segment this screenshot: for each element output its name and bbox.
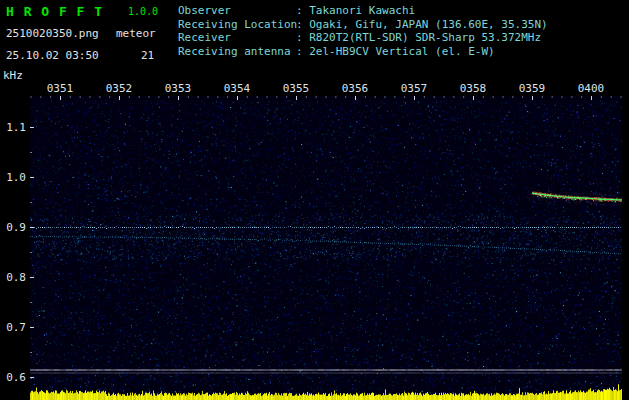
info-label: Receiver	[178, 31, 296, 45]
mode-label: meteor	[116, 27, 156, 40]
x-axis-tick-label: 0359	[519, 82, 546, 95]
info-label: Observer	[178, 4, 296, 18]
hrofft-window: H R O F F T 1.0.0 2510020350.png meteor …	[0, 0, 629, 400]
info-value: 2el-HB9CV Vertical (el. E-W)	[309, 45, 494, 58]
y-axis-tick-label: 0.7	[0, 321, 26, 334]
info-row-receiver: Receiver: R820T2(RTL-SDR) SDR-Sharp 53.3…	[178, 31, 548, 45]
x-axis-tick-label: 0352	[106, 82, 133, 95]
info-value: Ogaki, Gifu, JAPAN (136.60E, 35.35N)	[309, 18, 547, 31]
x-axis-tick-label: 0400	[578, 82, 605, 95]
colon: :	[296, 31, 309, 44]
app-version: 1.0.0	[128, 6, 158, 17]
x-axis-tick-label: 0358	[460, 82, 487, 95]
colon: :	[296, 4, 309, 17]
info-row-observer: Observer: Takanori Kawachi	[178, 4, 548, 18]
x-axis-tick-label: 0353	[165, 82, 192, 95]
colon: :	[296, 45, 309, 58]
y-axis-tick-label: 1.0	[0, 171, 26, 184]
info-value: R820T2(RTL-SDR) SDR-Sharp 53.372MHz	[309, 31, 541, 44]
y-axis-labels: 1.11.00.90.80.70.6	[0, 0, 27, 400]
info-value: Takanori Kawachi	[309, 4, 415, 17]
echo-count: 21	[141, 49, 154, 62]
y-axis-tick-label: 1.1	[0, 121, 26, 134]
x-axis-tick-label: 0355	[283, 82, 310, 95]
y-axis-tick-label: 0.6	[0, 371, 26, 384]
spectrogram-canvas	[30, 96, 622, 400]
colon: :	[296, 18, 309, 31]
x-axis-tick-label: 0356	[342, 82, 369, 95]
y-axis-tick-label: 0.8	[0, 271, 26, 284]
info-row-antenna: Receiving antenna: 2el-HB9CV Vertical (e…	[178, 45, 548, 59]
info-label: Receiving antenna	[178, 45, 296, 59]
x-axis-tick-label: 0357	[401, 82, 428, 95]
info-label: Receiving Location	[178, 18, 296, 32]
x-axis-tick-label: 0351	[47, 82, 74, 95]
station-info: Observer: Takanori Kawachi Receiving Loc…	[178, 4, 548, 58]
y-axis-tick-label: 0.9	[0, 221, 26, 234]
x-axis-tick-label: 0354	[224, 82, 251, 95]
x-axis-labels: 0351035203530354035503560357035803590400	[0, 82, 629, 95]
info-row-location: Receiving Location: Ogaki, Gifu, JAPAN (…	[178, 18, 548, 32]
